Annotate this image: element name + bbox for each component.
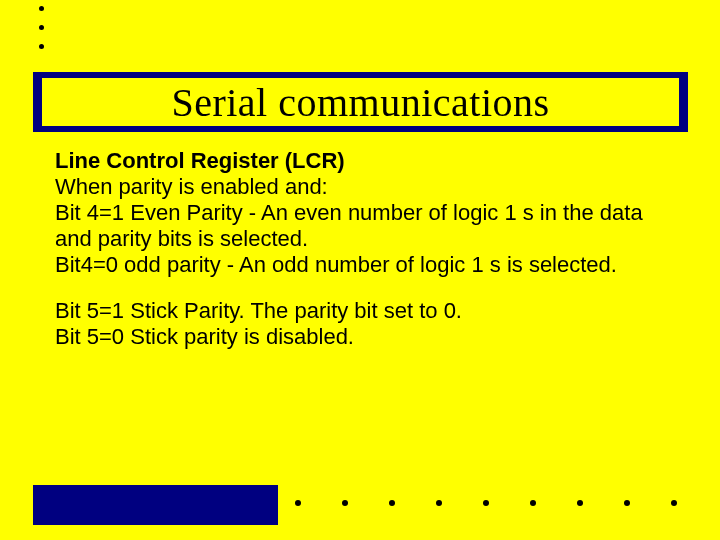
body-line: Bit 4=1 Even Parity - An even number of … (55, 200, 665, 252)
dot-icon (671, 500, 677, 506)
dot-icon (39, 6, 44, 11)
decorative-dots-bottom (295, 500, 718, 506)
dot-icon (295, 500, 301, 506)
dot-icon (624, 500, 630, 506)
dot-icon (389, 500, 395, 506)
body-text: Line Control Register (LCR) When parity … (55, 148, 665, 350)
dot-icon (436, 500, 442, 506)
slide-title: Serial communications (171, 79, 549, 126)
body-line: When parity is enabled and: (55, 174, 665, 200)
body-line: Bit 5=0 Stick parity is disabled. (55, 324, 665, 350)
slide: Serial communications Line Control Regis… (0, 0, 720, 540)
footer-box (33, 485, 278, 525)
decorative-dots-top (39, 6, 44, 63)
title-inner: Serial communications (42, 78, 679, 126)
section-heading: Line Control Register (LCR) (55, 148, 665, 174)
body-line: Bit4=0 odd parity - An odd number of log… (55, 252, 665, 278)
dot-icon (39, 44, 44, 49)
dot-icon (577, 500, 583, 506)
dot-icon (39, 25, 44, 30)
dot-icon (483, 500, 489, 506)
body-line: Bit 5=1 Stick Parity. The parity bit set… (55, 298, 665, 324)
dot-icon (342, 500, 348, 506)
dot-icon (530, 500, 536, 506)
